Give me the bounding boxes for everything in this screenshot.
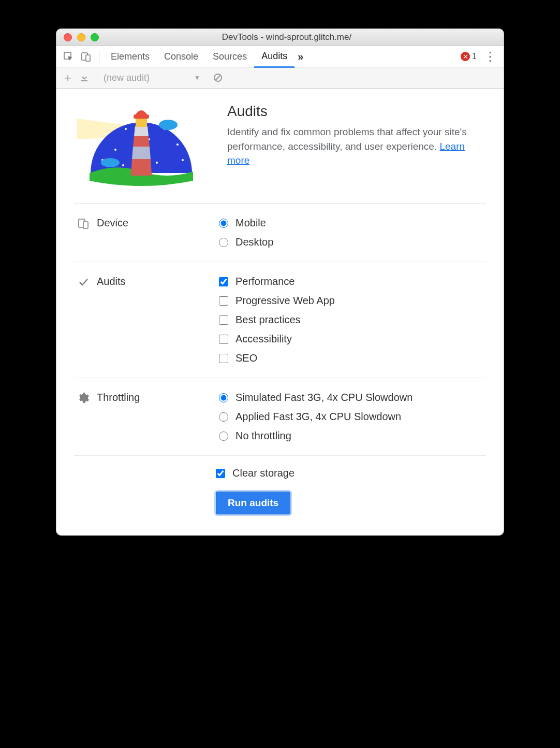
hero-text: Audits Identify and fix common problems … (227, 103, 486, 168)
separator (99, 50, 99, 63)
error-badge[interactable]: ✕ 1 (461, 52, 477, 61)
option-label: Applied Fast 3G, 4x CPU Slowdown (235, 411, 401, 423)
svg-point-11 (182, 159, 184, 161)
section-label: Throttling (97, 392, 140, 404)
svg-rect-2 (86, 55, 90, 61)
tab-sources[interactable]: Sources (205, 46, 254, 67)
svg-point-7 (114, 149, 116, 151)
svg-marker-21 (132, 147, 151, 159)
checkbox-performance[interactable] (219, 277, 228, 286)
zoom-window-button[interactable] (91, 33, 99, 41)
section-label: Audits (97, 276, 126, 287)
tab-console[interactable]: Console (157, 46, 205, 67)
svg-marker-19 (134, 126, 149, 136)
svg-point-17 (101, 158, 120, 167)
option-label: No throttling (235, 430, 291, 442)
radio-none[interactable] (219, 431, 228, 441)
option-label: Performance (235, 276, 295, 287)
new-audit-icon[interactable]: ＋ (62, 71, 74, 84)
device-toolbar-icon[interactable] (79, 50, 93, 63)
tab-audits[interactable]: Audits (254, 46, 294, 68)
option-label: Best practices (235, 314, 301, 326)
audits-toolbar: ＋ (new audit) ▼ (56, 67, 504, 89)
throttling-section: Throttling Simulated Fast 3G, 4x CPU Slo… (74, 378, 486, 456)
svg-point-16 (159, 120, 178, 130)
radio-desktop[interactable] (219, 238, 228, 247)
throttling-option-simulated[interactable]: Simulated Fast 3G, 4x CPU Slowdown (219, 392, 486, 404)
audit-option-seo[interactable]: SEO (219, 352, 486, 364)
svg-rect-26 (83, 222, 88, 228)
radio-simulated[interactable] (219, 393, 228, 402)
tab-label: Console (164, 51, 198, 62)
window-title: DevTools - wind-sprout.glitch.me/ (99, 32, 504, 42)
tab-elements[interactable]: Elements (104, 46, 157, 67)
audit-option-bestpractices[interactable]: Best practices (219, 314, 486, 326)
svg-point-13 (122, 164, 124, 166)
option-label: Accessibility (235, 333, 292, 345)
tab-label: Elements (111, 51, 150, 62)
option-label: Progressive Web App (235, 295, 335, 307)
device-option-mobile[interactable]: Mobile (219, 217, 486, 229)
element-picker-icon[interactable] (62, 50, 75, 63)
separator (97, 71, 97, 84)
section-label: Device (97, 217, 128, 229)
hero: Audits Identify and fix common problems … (74, 103, 486, 203)
close-window-button[interactable] (64, 33, 72, 41)
more-options-button[interactable]: ⋮ (480, 49, 500, 64)
checkmark-icon (77, 276, 90, 288)
chevron-down-icon: ▼ (194, 74, 200, 81)
checkbox-accessibility[interactable] (219, 335, 228, 344)
option-label: SEO (235, 352, 257, 364)
audit-option-pwa[interactable]: Progressive Web App (219, 295, 486, 307)
device-option-desktop[interactable]: Desktop (219, 236, 486, 248)
audit-option-performance[interactable]: Performance (219, 276, 486, 287)
titlebar: DevTools - wind-sprout.glitch.me/ (56, 29, 504, 46)
tabs-overflow-button[interactable]: » (294, 51, 306, 63)
window-controls (64, 33, 99, 41)
radio-applied[interactable] (219, 412, 228, 422)
clear-storage-option[interactable]: Clear storage (216, 467, 486, 479)
clear-icon[interactable] (212, 71, 224, 84)
radio-mobile[interactable] (219, 219, 228, 228)
device-icon (77, 217, 90, 229)
audits-section: Audits Performance Progressive Web App B… (74, 262, 486, 378)
device-section: Device Mobile Desktop (74, 203, 486, 262)
checkbox-seo[interactable] (219, 354, 228, 363)
throttling-option-applied[interactable]: Applied Fast 3G, 4x CPU Slowdown (219, 411, 486, 423)
svg-point-6 (104, 133, 106, 135)
svg-rect-24 (134, 114, 149, 119)
minimize-window-button[interactable] (77, 33, 85, 41)
checkbox-clear-storage[interactable] (216, 469, 225, 478)
download-report-icon[interactable] (78, 71, 91, 84)
panel-description: Identify and fix common problems that af… (227, 125, 486, 168)
svg-line-4 (215, 75, 220, 80)
audits-panel: Audits Identify and fix common problems … (56, 89, 504, 535)
tab-label: Sources (213, 51, 247, 62)
error-count: 1 (472, 52, 477, 61)
footer: Clear storage Run audits (216, 456, 486, 514)
run-audits-button[interactable]: Run audits (216, 492, 290, 514)
svg-point-14 (156, 162, 158, 164)
dropdown-label: (new audit) (104, 73, 150, 83)
panel-title: Audits (227, 103, 486, 120)
devtools-tabstrip: Elements Console Sources Audits » ✕ 1 ⋮ (56, 46, 504, 67)
lighthouse-illustration (74, 103, 209, 189)
option-label: Mobile (235, 217, 266, 229)
option-label: Simulated Fast 3G, 4x CPU Slowdown (235, 392, 412, 404)
svg-point-10 (176, 143, 179, 146)
audit-option-accessibility[interactable]: Accessibility (219, 333, 486, 345)
gear-icon (77, 392, 90, 404)
option-label: Desktop (235, 236, 273, 248)
checkbox-pwa[interactable] (219, 296, 228, 306)
devtools-window: DevTools - wind-sprout.glitch.me/ Elemen… (56, 28, 504, 536)
audit-selector-dropdown[interactable]: (new audit) ▼ (104, 73, 200, 83)
throttling-option-none[interactable]: No throttling (219, 430, 486, 442)
error-icon: ✕ (461, 52, 470, 61)
svg-point-8 (125, 128, 127, 130)
tab-label: Audits (261, 51, 287, 62)
svg-marker-22 (131, 159, 152, 176)
checkbox-bestpractices[interactable] (219, 315, 228, 325)
option-label: Clear storage (232, 467, 294, 479)
svg-marker-20 (133, 136, 150, 147)
